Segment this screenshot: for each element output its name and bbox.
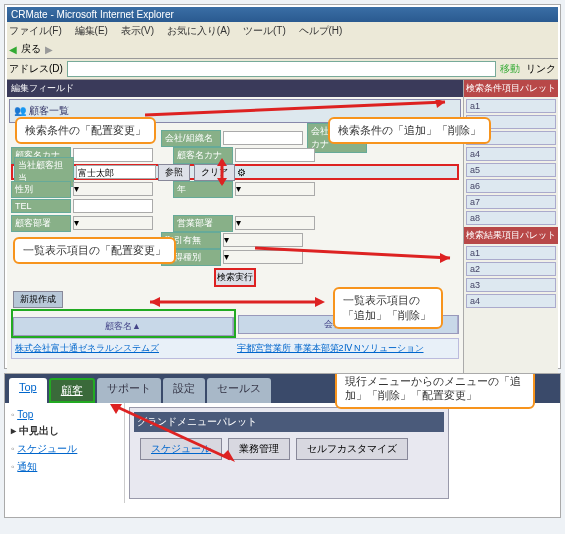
- clear-button[interactable]: クリア: [194, 164, 235, 181]
- grid-header: 顧客名▲: [13, 317, 234, 336]
- age-select[interactable]: ▾: [235, 182, 315, 196]
- callout-menu: 現行メニューからのメニューの「追加」「削除」「配置変更」: [335, 373, 535, 409]
- submenu-heading: ▸ 中見出し: [9, 422, 120, 440]
- menu-fav[interactable]: お気に入り(A): [167, 25, 230, 36]
- palette-item[interactable]: a5: [466, 163, 556, 177]
- back-label[interactable]: 戻る: [21, 42, 41, 56]
- addr-input[interactable]: [67, 61, 496, 77]
- grid-row[interactable]: 株式会社富士通ゼネラルシステムズ 宇都宮営業所 事業本部第2Ⅳ Nソリューション: [11, 338, 459, 359]
- tab-top[interactable]: Top: [9, 378, 47, 403]
- cust-field[interactable]: [73, 148, 153, 162]
- palette-item[interactable]: a8: [466, 211, 556, 225]
- submenu-notify[interactable]: ◦ 通知: [9, 458, 120, 476]
- callout-list-layout: 一覧表示項目の「配置変更」: [13, 237, 176, 264]
- tel-label: TEL: [11, 199, 71, 213]
- fwd-icon[interactable]: ▶: [45, 44, 53, 55]
- age-label: 年: [173, 181, 233, 198]
- company-field[interactable]: [223, 131, 303, 145]
- sales-div-select[interactable]: ▾: [235, 216, 315, 230]
- window-title: CRMate - Microsoft Internet Explorer: [7, 7, 558, 22]
- address-bar: アドレス(D) 移動 リンク: [7, 59, 558, 80]
- cell-customer[interactable]: 株式会社富士通ゼネラルシステムズ: [13, 340, 235, 357]
- palette-schedule[interactable]: スケジュール: [140, 438, 222, 460]
- result-item[interactable]: a2: [466, 262, 556, 276]
- palette-item[interactable]: a7: [466, 195, 556, 209]
- addr-label: アドレス(D): [9, 62, 63, 76]
- result-item[interactable]: a4: [466, 294, 556, 308]
- edit-field-header: 編集フィールド: [7, 80, 463, 97]
- people-icon: 👥: [14, 105, 26, 116]
- gender-label: 性別: [11, 181, 71, 198]
- acq-select[interactable]: ▾: [223, 233, 303, 247]
- result-item[interactable]: a1: [466, 246, 556, 260]
- menu-file[interactable]: ファイル(F): [9, 25, 62, 36]
- tool-icon[interactable]: ⚙: [237, 167, 246, 178]
- palette-biz[interactable]: 業務管理: [228, 438, 290, 460]
- menu-help[interactable]: ヘルプ(H): [299, 25, 343, 36]
- tab-customer[interactable]: 顧客: [49, 378, 95, 403]
- palette-custom[interactable]: セルフカスタマイズ: [296, 438, 408, 460]
- toolbar: ◀ 戻る ▶: [7, 40, 558, 59]
- menu-view[interactable]: 表示(V): [121, 25, 154, 36]
- links-label[interactable]: リンク: [526, 62, 556, 76]
- callout-add-del: 検索条件の「追加」「削除」: [328, 117, 491, 144]
- tab-support[interactable]: サポート: [97, 378, 161, 403]
- col-customer[interactable]: 顧客名▲: [14, 318, 233, 335]
- result-item[interactable]: a3: [466, 278, 556, 292]
- result-palette-header: 検索結果項目パレット: [464, 227, 558, 244]
- tab-settings[interactable]: 設定: [163, 378, 205, 403]
- search-button[interactable]: 検索実行: [214, 268, 256, 287]
- back-icon[interactable]: ◀: [9, 44, 17, 55]
- menu-palette: グランドメニューパレット スケジュール 業務管理 セルフカスタマイズ: [129, 407, 449, 499]
- customer-list-label: 顧客一覧: [29, 105, 69, 116]
- sales-div-label: 営業部署: [173, 215, 233, 232]
- menu-edit[interactable]: 編集(E): [75, 25, 108, 36]
- callout-layout: 検索条件の「配置変更」: [15, 117, 156, 144]
- cust-div-select[interactable]: ▾: [73, 216, 153, 230]
- submenu: ◦ Top ▸ 中見出し ◦ スケジュール ◦ 通知: [5, 403, 125, 503]
- palette-item[interactable]: a1: [466, 99, 556, 113]
- submenu-schedule[interactable]: ◦ スケジュール: [9, 440, 120, 458]
- go-button[interactable]: 移動: [500, 62, 520, 76]
- new-button[interactable]: 新規作成: [13, 291, 63, 308]
- tab-sales[interactable]: セールス: [207, 378, 271, 403]
- menu-tools[interactable]: ツール(T): [243, 25, 286, 36]
- callout-list-add: 一覧表示項目の「追加」「削除」: [333, 287, 443, 329]
- palette-item[interactable]: a6: [466, 179, 556, 193]
- company-label: 会社/組織名: [161, 130, 221, 147]
- cust-div-label: 顧客部署: [11, 215, 71, 232]
- status-select[interactable]: ▾: [223, 250, 303, 264]
- tel-field[interactable]: [73, 199, 153, 213]
- submenu-top[interactable]: ◦ Top: [9, 407, 120, 422]
- palette-title: グランドメニューパレット: [134, 412, 444, 432]
- rep-field[interactable]: 富士太郎: [76, 165, 156, 179]
- cell-company[interactable]: 宇都宮営業所 事業本部第2Ⅳ Nソリューション: [235, 340, 457, 357]
- cust-kana-field[interactable]: [235, 148, 315, 162]
- palette-item[interactable]: a4: [466, 147, 556, 161]
- palette-header: 検索条件項目パレット: [464, 80, 558, 97]
- ref-button[interactable]: 参照: [158, 164, 190, 181]
- menubar: ファイル(F) 編集(E) 表示(V) お気に入り(A) ツール(T) ヘルプ(…: [7, 22, 558, 40]
- gender-select[interactable]: ▾: [73, 182, 153, 196]
- cust-kana-label: 顧客名カナ: [173, 147, 233, 164]
